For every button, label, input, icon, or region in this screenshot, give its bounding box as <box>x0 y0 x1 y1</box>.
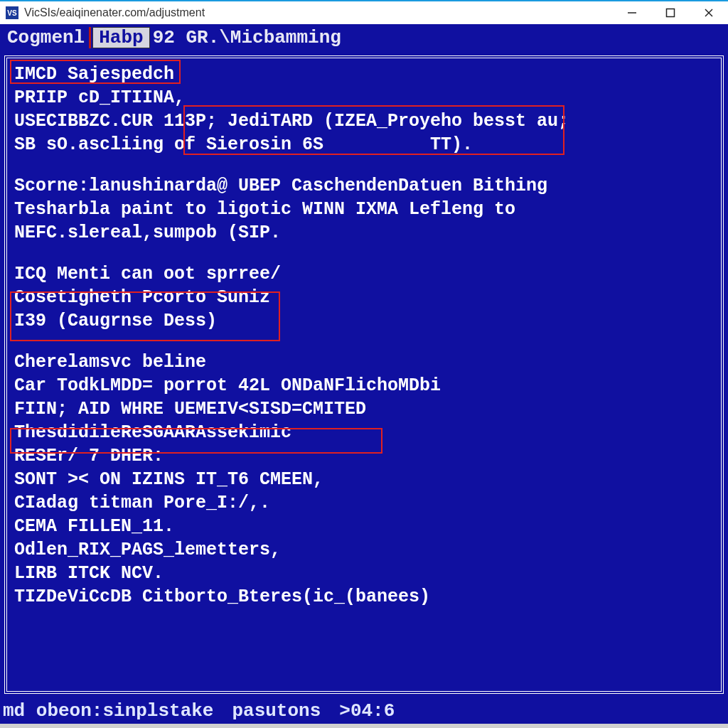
terminal-line: Scorne:lanushinarda@ UBEP CaschendenDatu… <box>14 174 714 198</box>
maximize-button[interactable] <box>651 1 690 25</box>
menu-item-cogmenl[interactable]: Cogmenl <box>4 27 87 48</box>
app-icon: VS <box>6 6 18 19</box>
menu-item-gr[interactable]: 92 GR.\Micbamming <box>150 27 344 48</box>
menubar: Cogmenl Habp 92 GR.\Micbamming <box>0 24 728 51</box>
terminal-container: IMCD Sajespedch PRIIP cD_ITIINA, USECIBB… <box>0 51 728 698</box>
terminal-line: ICQ Menti can oot sprree/ <box>14 262 714 286</box>
terminal-line: ThesdidileReSGAARAssekimic <box>14 421 714 444</box>
terminal-line: Car TodkLMDD= porrot 42L ONDaNFlichoMDbi <box>14 374 714 397</box>
terminal-line: SB sO.ascliing of Sierosin 6S TT). <box>14 133 714 156</box>
close-icon <box>704 8 714 18</box>
terminal-line: Cherelamsvc beline <box>14 350 714 374</box>
status-bar: md obeon:sinplstake pasutons >04:6 <box>0 698 728 724</box>
svg-rect-1 <box>667 9 675 17</box>
terminal-line: FIIN; AID WHRE UEMEIV<SISD=CMITED <box>14 397 714 421</box>
terminal-line: LIRB ITCK NCV. <box>14 562 714 585</box>
terminal-line: Cosetigheth Pcorto Suniz <box>14 286 714 309</box>
terminal-line: Tesharbla paint to ligotic WINN IXMA Lef… <box>14 198 714 221</box>
terminal-line: CEMA FILLEN_11. <box>14 515 714 538</box>
terminal-line: IMCD Sajespedch <box>14 63 714 86</box>
status-right: >04:6 <box>339 700 395 722</box>
minimize-icon <box>627 8 637 18</box>
terminal-line: NEFC.slereal,sumpob (SIP. <box>14 221 714 245</box>
status-left: md obeon:sinplstake <box>3 700 213 722</box>
terminal-line: CIadag titman Pore_I:/,. <box>14 491 714 515</box>
menu-tab-habp[interactable]: Habp <box>92 27 149 48</box>
terminal-line: SONT >< ON IZINS IT_T6 CMEEN, <box>14 468 714 491</box>
terminal-line: TIZDeViCcDB Citborto_Bteres(ic_(banees) <box>14 585 714 609</box>
terminal-line: Odlen_RIX_PAGS_lemetters, <box>14 538 714 562</box>
terminal-line: PRIIP cD_ITIINA, <box>14 86 714 109</box>
terminal-line: USECIBBZC.CUR 113P; JediTARD (IZEA_Proye… <box>14 109 714 133</box>
window-title: VicSIs/eaiqinenater.com/adjustment <box>24 6 205 19</box>
terminal-viewport[interactable]: IMCD Sajespedch PRIIP cD_ITIINA, USECIBB… <box>4 55 724 694</box>
minimize-button[interactable] <box>613 1 651 25</box>
close-button[interactable] <box>690 1 728 25</box>
menu-separator-icon <box>89 27 91 48</box>
maximize-icon <box>665 8 675 18</box>
status-mid: pasutons <box>232 700 321 722</box>
window-titlebar: VS VicSIs/eaiqinenater.com/adjustment <box>0 0 728 24</box>
window-bottom-edge <box>0 724 728 728</box>
terminal-line: RESEr/ 7 DHER: <box>14 444 714 468</box>
terminal-line: I39 (Caugrnse Dess) <box>14 309 714 333</box>
